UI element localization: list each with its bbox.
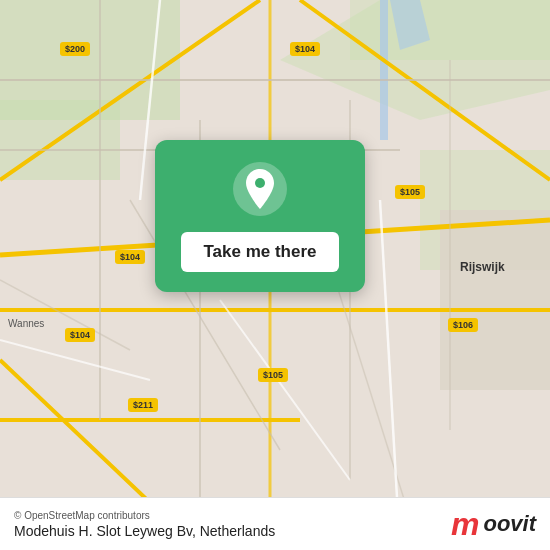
location-name: Modehuis H. Slot Leyweg Bv, Netherlands	[14, 523, 275, 539]
road-badge-105-low: $105	[258, 368, 288, 382]
svg-point-29	[255, 178, 265, 188]
bottom-left: © OpenStreetMap contributors Modehuis H.…	[14, 510, 275, 539]
take-me-there-card: Take me there	[155, 140, 365, 292]
moovit-word: oovit	[483, 511, 536, 537]
road-badge-104-low: $104	[65, 328, 95, 342]
road-badge-106: $106	[448, 318, 478, 332]
road-badge-104-mid: $104	[115, 250, 145, 264]
road-badge-105-right: $105	[395, 185, 425, 199]
svg-rect-6	[440, 210, 550, 390]
location-icon-wrapper	[233, 162, 287, 216]
road-badge-211: $211	[128, 398, 158, 412]
moovit-logo: moovit	[451, 508, 536, 540]
road-badge-200: $200	[60, 42, 90, 56]
place-label-rijswijk: Rijswijk	[460, 260, 505, 274]
svg-rect-7	[380, 0, 388, 140]
take-me-there-button[interactable]: Take me there	[181, 232, 338, 272]
bottom-bar: © OpenStreetMap contributors Modehuis H.…	[0, 497, 550, 550]
road-badge-104-top: $104	[290, 42, 320, 56]
copyright-text: © OpenStreetMap contributors	[14, 510, 275, 521]
place-label-wannes: Wannes	[8, 318, 44, 329]
map-container: $200 $104 $105 $104 $105 $106 $104 $105 …	[0, 0, 550, 550]
location-pin-icon	[243, 169, 277, 209]
moovit-m-letter: m	[451, 508, 477, 540]
